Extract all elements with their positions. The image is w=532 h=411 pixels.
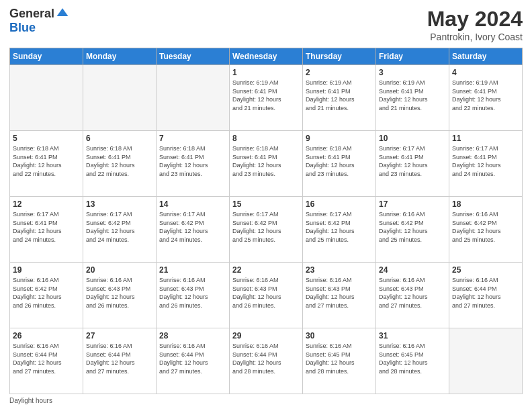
- day-number: 10: [379, 134, 446, 143]
- logo: General Blue: [9, 7, 69, 35]
- day-number: 27: [86, 331, 153, 340]
- calendar-day-30: 30Sunrise: 6:16 AM Sunset: 6:45 PM Dayli…: [303, 328, 376, 394]
- calendar-day-20: 20Sunrise: 6:16 AM Sunset: 6:43 PM Dayli…: [83, 263, 157, 328]
- calendar-header-friday: Friday: [376, 48, 449, 65]
- day-number: 5: [13, 134, 80, 143]
- day-info: Sunrise: 6:16 AM Sunset: 6:42 PM Dayligh…: [13, 276, 80, 310]
- day-info: Sunrise: 6:17 AM Sunset: 6:42 PM Dayligh…: [306, 210, 373, 244]
- day-info: Sunrise: 6:16 AM Sunset: 6:44 PM Dayligh…: [159, 342, 226, 375]
- calendar-day-21: 21Sunrise: 6:16 AM Sunset: 6:43 PM Dayli…: [157, 263, 230, 328]
- calendar-header-monday: Monday: [83, 48, 157, 65]
- day-info: Sunrise: 6:16 AM Sunset: 6:42 PM Dayligh…: [452, 210, 519, 244]
- day-info: Sunrise: 6:17 AM Sunset: 6:42 PM Dayligh…: [86, 210, 153, 244]
- day-number: 19: [13, 265, 80, 275]
- calendar-day-1: 1Sunrise: 6:19 AM Sunset: 6:41 PM Daylig…: [230, 65, 303, 131]
- day-number: 2: [306, 68, 373, 77]
- calendar-empty: [83, 65, 157, 131]
- calendar-day-12: 12Sunrise: 6:17 AM Sunset: 6:41 PM Dayli…: [10, 197, 83, 263]
- calendar-table: SundayMondayTuesdayWednesdayThursdayFrid…: [9, 48, 523, 394]
- day-number: 7: [159, 134, 226, 143]
- calendar-day-25: 25Sunrise: 6:16 AM Sunset: 6:44 PM Dayli…: [449, 263, 523, 328]
- day-info: Sunrise: 6:18 AM Sunset: 6:41 PM Dayligh…: [159, 144, 226, 178]
- day-info: Sunrise: 6:18 AM Sunset: 6:41 PM Dayligh…: [232, 144, 300, 178]
- calendar-empty: [157, 65, 230, 131]
- day-info: Sunrise: 6:17 AM Sunset: 6:42 PM Dayligh…: [159, 210, 226, 244]
- day-number: 31: [379, 331, 446, 340]
- calendar-day-28: 28Sunrise: 6:16 AM Sunset: 6:44 PM Dayli…: [157, 328, 230, 394]
- day-number: 26: [13, 331, 80, 340]
- day-number: 28: [159, 331, 226, 340]
- day-info: Sunrise: 6:16 AM Sunset: 6:44 PM Dayligh…: [86, 342, 153, 375]
- day-info: Sunrise: 6:16 AM Sunset: 6:45 PM Dayligh…: [306, 342, 373, 375]
- calendar-day-2: 2Sunrise: 6:19 AM Sunset: 6:41 PM Daylig…: [303, 65, 376, 131]
- day-info: Sunrise: 6:16 AM Sunset: 6:43 PM Dayligh…: [159, 276, 226, 310]
- calendar-day-23: 23Sunrise: 6:16 AM Sunset: 6:43 PM Dayli…: [303, 263, 376, 328]
- day-number: 23: [306, 265, 373, 275]
- day-info: Sunrise: 6:19 AM Sunset: 6:41 PM Dayligh…: [379, 79, 446, 112]
- calendar-day-10: 10Sunrise: 6:17 AM Sunset: 6:41 PM Dayli…: [376, 131, 449, 197]
- title-section: May 2024 Pantrokin, Ivory Coast: [427, 7, 523, 42]
- logo-icon: [56, 6, 69, 19]
- calendar-day-11: 11Sunrise: 6:17 AM Sunset: 6:41 PM Dayli…: [449, 131, 523, 197]
- calendar-day-9: 9Sunrise: 6:18 AM Sunset: 6:41 PM Daylig…: [303, 131, 376, 197]
- day-number: 9: [306, 134, 373, 143]
- calendar-week-2: 12Sunrise: 6:17 AM Sunset: 6:41 PM Dayli…: [10, 197, 523, 263]
- calendar-week-1: 5Sunrise: 6:18 AM Sunset: 6:41 PM Daylig…: [10, 131, 523, 197]
- calendar-day-8: 8Sunrise: 6:18 AM Sunset: 6:41 PM Daylig…: [230, 131, 303, 197]
- calendar-header-row: SundayMondayTuesdayWednesdayThursdayFrid…: [10, 48, 523, 65]
- page: General Blue May 2024 Pantrokin, Ivory C…: [0, 0, 532, 411]
- day-info: Sunrise: 6:16 AM Sunset: 6:43 PM Dayligh…: [232, 276, 300, 310]
- day-info: Sunrise: 6:19 AM Sunset: 6:41 PM Dayligh…: [452, 79, 519, 112]
- day-info: Sunrise: 6:16 AM Sunset: 6:44 PM Dayligh…: [13, 342, 80, 375]
- calendar-empty: [10, 65, 83, 131]
- day-number: 25: [452, 265, 519, 275]
- calendar-day-26: 26Sunrise: 6:16 AM Sunset: 6:44 PM Dayli…: [10, 328, 83, 394]
- calendar-day-14: 14Sunrise: 6:17 AM Sunset: 6:42 PM Dayli…: [157, 197, 230, 263]
- day-number: 24: [379, 265, 446, 275]
- calendar-header-saturday: Saturday: [449, 48, 523, 65]
- day-number: 17: [379, 199, 446, 209]
- calendar-day-7: 7Sunrise: 6:18 AM Sunset: 6:41 PM Daylig…: [157, 131, 230, 197]
- day-number: 14: [159, 199, 226, 209]
- day-number: 20: [86, 265, 153, 275]
- calendar-day-22: 22Sunrise: 6:16 AM Sunset: 6:43 PM Dayli…: [230, 263, 303, 328]
- day-number: 15: [232, 199, 300, 209]
- calendar-header-thursday: Thursday: [303, 48, 376, 65]
- day-info: Sunrise: 6:19 AM Sunset: 6:41 PM Dayligh…: [232, 79, 300, 112]
- day-number: 29: [232, 331, 300, 340]
- day-info: Sunrise: 6:16 AM Sunset: 6:43 PM Dayligh…: [379, 276, 446, 310]
- calendar-day-13: 13Sunrise: 6:17 AM Sunset: 6:42 PM Dayli…: [83, 197, 157, 263]
- calendar-header-tuesday: Tuesday: [157, 48, 230, 65]
- day-info: Sunrise: 6:18 AM Sunset: 6:41 PM Dayligh…: [306, 144, 373, 178]
- calendar-empty: [449, 328, 523, 394]
- calendar-header-wednesday: Wednesday: [230, 48, 303, 65]
- calendar-week-0: 1Sunrise: 6:19 AM Sunset: 6:41 PM Daylig…: [10, 65, 523, 131]
- logo-blue-text: Blue: [9, 21, 36, 35]
- day-number: 3: [379, 68, 446, 77]
- day-number: 21: [159, 265, 226, 275]
- day-number: 16: [306, 199, 373, 209]
- calendar-day-16: 16Sunrise: 6:17 AM Sunset: 6:42 PM Dayli…: [303, 197, 376, 263]
- calendar-day-6: 6Sunrise: 6:18 AM Sunset: 6:41 PM Daylig…: [83, 131, 157, 197]
- calendar-day-17: 17Sunrise: 6:16 AM Sunset: 6:42 PM Dayli…: [376, 197, 449, 263]
- day-number: 12: [13, 199, 80, 209]
- calendar-header-sunday: Sunday: [10, 48, 83, 65]
- calendar-day-29: 29Sunrise: 6:16 AM Sunset: 6:44 PM Dayli…: [230, 328, 303, 394]
- day-info: Sunrise: 6:18 AM Sunset: 6:41 PM Dayligh…: [86, 144, 153, 178]
- day-info: Sunrise: 6:16 AM Sunset: 6:43 PM Dayligh…: [86, 276, 153, 310]
- day-info: Sunrise: 6:19 AM Sunset: 6:41 PM Dayligh…: [306, 79, 373, 112]
- day-number: 11: [452, 134, 519, 143]
- calendar-week-4: 26Sunrise: 6:16 AM Sunset: 6:44 PM Dayli…: [10, 328, 523, 394]
- day-number: 18: [452, 199, 519, 209]
- day-number: 22: [232, 265, 300, 275]
- day-info: Sunrise: 6:17 AM Sunset: 6:41 PM Dayligh…: [452, 144, 519, 178]
- day-number: 13: [86, 199, 153, 209]
- day-number: 6: [86, 134, 153, 143]
- calendar-day-5: 5Sunrise: 6:18 AM Sunset: 6:41 PM Daylig…: [10, 131, 83, 197]
- day-number: 1: [232, 68, 300, 77]
- day-info: Sunrise: 6:16 AM Sunset: 6:44 PM Dayligh…: [232, 342, 300, 375]
- day-info: Sunrise: 6:16 AM Sunset: 6:42 PM Dayligh…: [379, 210, 446, 244]
- calendar-day-18: 18Sunrise: 6:16 AM Sunset: 6:42 PM Dayli…: [449, 197, 523, 263]
- calendar-day-27: 27Sunrise: 6:16 AM Sunset: 6:44 PM Dayli…: [83, 328, 157, 394]
- location: Pantrokin, Ivory Coast: [427, 32, 523, 42]
